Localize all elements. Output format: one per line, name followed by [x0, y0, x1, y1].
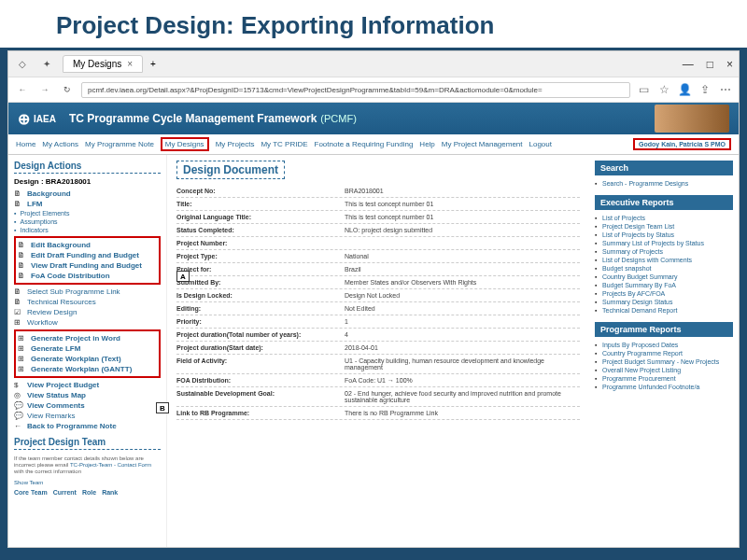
people-icon[interactable]: 👤 — [677, 83, 692, 96]
tab-title: My Designs — [73, 59, 121, 69]
app-subtitle: (PCMF) — [320, 113, 357, 124]
report-link[interactable]: Summary of Projects — [595, 247, 733, 256]
action-gen-workplan-text[interactable]: ⊞Generate Workplan (Text) — [18, 354, 157, 364]
action-gen-word[interactable]: ⊞Generate Project in Word — [18, 333, 157, 343]
field-label: Project duration(Total number of years): — [176, 331, 345, 338]
field-value: Brazil — [345, 266, 580, 273]
forward-icon[interactable]: → — [36, 81, 53, 98]
report-link[interactable]: Search - Programme Designs — [595, 179, 733, 188]
report-link[interactable]: Overall New Project Listing — [595, 366, 733, 374]
action-edit-background[interactable]: 🗎Edit Background — [18, 240, 157, 250]
nav-project-mgmt[interactable]: My Project Management — [442, 140, 523, 148]
action-view-remarks[interactable]: 💬View Remarks — [14, 411, 161, 421]
new-tab-icon[interactable]: ✦ — [38, 56, 55, 73]
report-link[interactable]: Programme Procurement — [595, 374, 733, 383]
action-review-design[interactable]: ☑Review Design — [14, 307, 161, 317]
report-link[interactable]: Projects By AFC/FOA — [595, 289, 733, 298]
field-label: Original Language Title: — [176, 214, 345, 220]
report-link[interactable]: Budget snapshot — [595, 264, 733, 273]
action-lfm[interactable]: 🗎LFM — [14, 199, 161, 209]
field-label: Submitted By: — [176, 279, 345, 286]
close-icon[interactable]: × — [127, 59, 133, 69]
nav-footnote[interactable]: Footnote a Requiring Funding — [315, 140, 414, 148]
team-head: Project Design Team — [14, 437, 161, 450]
nav-my-designs[interactable]: My Designs — [161, 137, 209, 151]
action-sub-programme[interactable]: 🗎Select Sub Programme Link — [14, 287, 161, 297]
design-actions-head: Design Actions — [14, 161, 161, 174]
field-label: Status Completed: — [176, 227, 345, 233]
action-gen-workplan-gantt[interactable]: ⊞Generate Workplan (GANTT) — [18, 364, 157, 374]
field-value: NLO: project design submitted — [345, 227, 580, 233]
action-edit-funding[interactable]: 🗎Edit Draft Funding and Budget — [18, 250, 157, 260]
action-workflow[interactable]: ⊞Workflow — [14, 317, 161, 328]
action-foa-dist[interactable]: 🗎FoA Code Distribution — [18, 271, 157, 281]
action-gen-lfm[interactable]: ⊞Generate LFM — [18, 343, 157, 354]
report-link[interactable]: List of Projects — [595, 214, 733, 222]
slide-title: Project Design: Exporting Information — [0, 0, 747, 50]
sub-indicators[interactable]: ▪ Indicators — [14, 226, 161, 234]
field-value: Not Edited — [345, 305, 580, 312]
favorite-icon[interactable]: ☆ — [656, 83, 671, 96]
report-link[interactable]: List of Designs with Comments — [595, 256, 733, 264]
report-link[interactable]: Project Design Team List — [595, 222, 733, 231]
report-link[interactable]: Programme Unfunded Footnote/a — [595, 383, 733, 391]
browser-tab[interactable]: My Designs × — [63, 55, 143, 73]
field-row: Is Design Locked:Design Not Locked — [176, 289, 580, 302]
refresh-icon[interactable]: ↻ — [59, 81, 76, 98]
report-link[interactable]: Technical Demand Report — [595, 306, 733, 315]
tab-role[interactable]: Role — [82, 489, 96, 496]
nav-logout[interactable]: Logout — [529, 140, 552, 148]
nav-tc-pride[interactable]: My TC PRIDE — [261, 140, 307, 148]
design-document-head: Design Document — [176, 161, 285, 179]
url-input[interactable]: pcmf.dev.iaea.org/Detail.aspx?&ProjDesig… — [81, 82, 630, 98]
nav-my-projects[interactable]: My Projects — [216, 140, 255, 148]
action-back-programme[interactable]: ←Back to Programme Note — [14, 421, 161, 431]
report-link[interactable]: Project Budget Summary - New Projects — [595, 357, 733, 366]
field-value: 2018-04-01 — [345, 344, 580, 351]
nav-help[interactable]: Help — [419, 140, 434, 148]
tab-rank[interactable]: Rank — [102, 489, 118, 496]
field-label: Link to RB Programme: — [176, 410, 345, 416]
field-row: FOA Distribution:FoA Code: U1 → 100% — [176, 374, 580, 387]
team-contact-link[interactable]: TC-Project-Team - Contact Form — [70, 462, 151, 468]
report-link[interactable]: Inputs By Proposed Dates — [595, 341, 733, 349]
more-icon[interactable]: ⋯ — [718, 83, 733, 96]
report-link[interactable]: Summary Design Status — [595, 298, 733, 306]
action-view-budget[interactable]: $View Project Budget — [14, 380, 161, 390]
field-row: Project Number: — [176, 237, 580, 250]
search-list: Search - Programme Designs — [595, 179, 733, 188]
tab-current[interactable]: Current — [53, 489, 77, 496]
field-value: Member States and/or Observers With Righ… — [345, 279, 580, 286]
back-icon[interactable]: ← — [14, 81, 31, 98]
action-status-map[interactable]: ◎View Status Map — [14, 390, 161, 400]
action-view-comments[interactable]: 💬View Comments — [14, 400, 161, 411]
sub-assumptions[interactable]: ▪ Assumptions — [14, 217, 161, 226]
field-label: Editing: — [176, 305, 345, 312]
maximize-icon[interactable]: □ — [707, 58, 713, 71]
report-link[interactable]: Country Programme Report — [595, 349, 733, 357]
share-icon[interactable]: ⇪ — [698, 83, 712, 96]
report-link[interactable]: Budget Summary By FoA — [595, 281, 733, 289]
nav-programme-note[interactable]: My Programme Note — [85, 140, 154, 148]
action-view-funding[interactable]: 🗎View Draft Funding and Budget — [18, 260, 157, 271]
field-row: Project Type:National — [176, 250, 580, 263]
reader-icon[interactable]: ▭ — [636, 83, 651, 96]
minimize-icon[interactable]: — — [683, 58, 694, 71]
exec-reports-head: Executive Reports — [595, 195, 733, 210]
report-link[interactable]: List of Projects by Status — [595, 231, 733, 239]
action-tech-resources[interactable]: 🗎Technical Resources — [14, 297, 161, 307]
content-area: Design Actions Design : BRA2018001 🗎Back… — [8, 155, 739, 547]
field-label: Is Design Locked: — [176, 292, 345, 299]
tab-core-team[interactable]: Core Team — [14, 489, 48, 496]
action-background[interactable]: 🗎Background — [14, 189, 161, 199]
sub-project-elements[interactable]: ▪ Project Elements — [14, 209, 161, 217]
new-tab-button[interactable]: + — [150, 59, 156, 69]
close-window-icon[interactable]: × — [726, 58, 733, 71]
nav-home[interactable]: Home — [16, 140, 35, 148]
iaea-logo: IAEA — [18, 110, 56, 128]
show-team-link[interactable]: Show Team — [14, 480, 161, 485]
nav-my-actions[interactable]: My Actions — [42, 140, 78, 148]
report-link[interactable]: Summary List of Projects by Status — [595, 239, 733, 247]
doc-icon: 🗎 — [14, 189, 23, 198]
report-link[interactable]: Country Budget Summary — [595, 273, 733, 281]
